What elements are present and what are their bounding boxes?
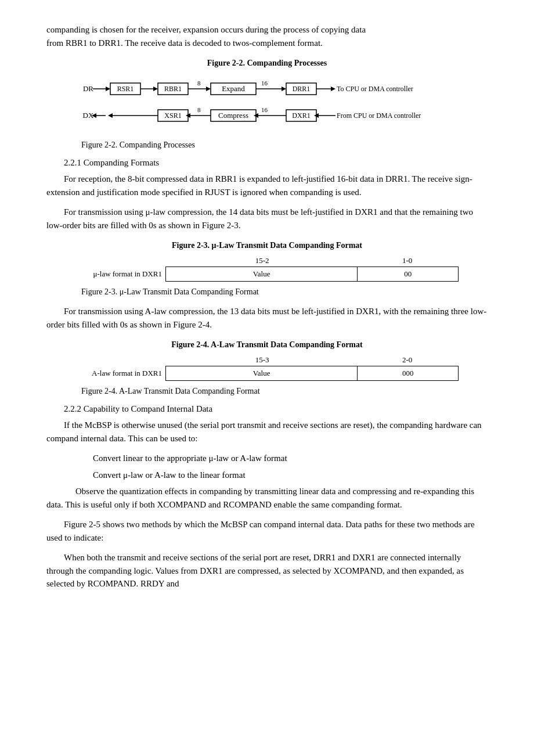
section-2-2-2-para2: Observe the quantization effects in comp… [46, 485, 488, 511]
col-header-15-3: 15-3 [165, 355, 359, 365]
figure-2-2-diagram: DR RSR1 RBR1 8 Expand 16 DRR1 To CPU or … [46, 74, 488, 135]
bullet-1: Convert linear to the appropriate μ-law … [93, 452, 488, 465]
compress-label: Compress [218, 111, 248, 120]
figure-2-4-caption: Figure 2-4. A-Law Transmit Data Compandi… [81, 387, 488, 396]
dxr1-label: DXR1 [292, 111, 310, 120]
drr1-label: DRR1 [293, 85, 311, 93]
svg-marker-18 [108, 113, 113, 118]
rsr1-label: RSR1 [117, 85, 134, 93]
figure-2-2-title: Figure 2-2. Companding Processes [46, 59, 488, 68]
svg-marker-10 [282, 87, 286, 91]
xsr1-label: XSR1 [164, 111, 181, 120]
figure-2-4-title: Figure 2-4. A-Law Transmit Data Compandi… [46, 340, 488, 350]
num8-bot: 8 [197, 106, 201, 113]
svg-marker-1 [106, 87, 110, 91]
figure-2-3-caption: Figure 2-3. μ-Law Transmit Data Compandi… [81, 287, 488, 297]
section-2-2-2-para1: If the McBSP is otherwise unused (the se… [46, 419, 488, 445]
figure-2-4-row: A-law format in DXR1 Value 000 [75, 366, 459, 381]
figure-2-3-table: 15-2 1-0 μ-law format in DXR1 Value 00 [46, 256, 488, 282]
from-cpu-label: From CPU or DMA controller [337, 111, 421, 120]
col-header-15-2: 15-2 [165, 256, 359, 265]
figure-2-3-title: Figure 2-3. μ-Law Transmit Data Compandi… [46, 241, 488, 250]
figure-2-3-value-cell: Value [166, 267, 358, 282]
figure-2-4-table: 15-3 2-0 A-law format in DXR1 Value 000 [46, 355, 488, 381]
figure-2-4-row-label: A-law format in DXR1 [75, 369, 165, 378]
section-2-2-2-para3: Figure 2-5 shows two methods by which th… [46, 518, 488, 544]
figure-2-4-cells: Value 000 [165, 366, 459, 381]
dr-label: DR [83, 84, 93, 93]
svg-marker-13 [331, 87, 335, 91]
col-header-2-0: 2-0 [359, 355, 456, 365]
num8-top: 8 [197, 80, 201, 87]
alaw-para: For transmission using A-law compression… [46, 305, 488, 331]
num16-bot: 16 [261, 106, 268, 113]
section-2-2-2-para4: When both the transmit and receive secti… [46, 551, 488, 591]
rbr1-label: RBR1 [164, 85, 182, 93]
figure-2-4-col-headers: 15-3 2-0 [165, 355, 456, 365]
section-2-2-1-para1: For reception, the 8-bit compressed data… [46, 172, 488, 199]
figure-2-3-col-headers: 15-2 1-0 [165, 256, 456, 265]
to-cpu-label: To CPU or DMA controller [337, 85, 413, 93]
figure-2-4-value-cell: Value [166, 366, 358, 381]
section-2-2-1-para2: For transmission using μ-law compression… [46, 206, 488, 232]
svg-marker-7 [206, 87, 211, 91]
bullet-2: Convert μ-law or A-law to the linear for… [93, 469, 488, 482]
svg-marker-4 [153, 87, 158, 91]
intro-paragraph: companding is chosen for the receiver, e… [46, 23, 488, 49]
companding-diagram-svg: DR RSR1 RBR1 8 Expand 16 DRR1 To CPU or … [75, 74, 459, 135]
col-header-1-0: 1-0 [359, 256, 456, 265]
expand-label: Expand [222, 84, 245, 93]
figure-2-2-caption: Figure 2-2. Companding Processes [81, 141, 488, 150]
num16-top: 16 [261, 80, 268, 87]
figure-2-3-zeros-cell: 00 [358, 267, 459, 282]
section-2-2-1-heading: 2.2.1 Companding Formats [64, 158, 488, 168]
section-2-2-2-heading: 2.2.2 Capability to Compand Internal Dat… [64, 404, 488, 414]
figure-2-3-row: μ-law format in DXR1 Value 00 [75, 267, 459, 282]
figure-2-3-cells: Value 00 [165, 267, 459, 282]
figure-2-3-row-label: μ-law format in DXR1 [75, 269, 165, 279]
figure-2-4-zeros-cell: 000 [358, 366, 459, 381]
